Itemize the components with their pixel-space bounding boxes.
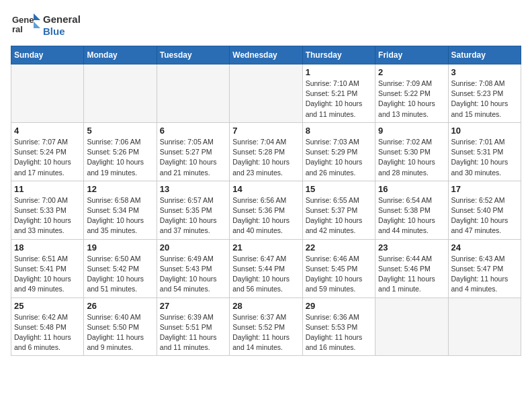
- day-number: 27: [160, 301, 226, 311]
- weekday-header: Friday: [375, 46, 448, 64]
- calendar-cell: [157, 64, 229, 123]
- calendar-cell: 29Sunrise: 6:36 AM Sunset: 5:53 PM Dayli…: [302, 298, 375, 356]
- svg-marker-2: [34, 13, 40, 20]
- day-number: 29: [306, 301, 372, 311]
- day-info: Sunrise: 6:51 AM Sunset: 5:41 PM Dayligh…: [14, 254, 81, 295]
- calendar-cell: [375, 298, 448, 356]
- calendar-week-row: 11Sunrise: 7:00 AM Sunset: 5:33 PM Dayli…: [11, 181, 521, 239]
- day-info: Sunrise: 6:55 AM Sunset: 5:37 PM Dayligh…: [306, 195, 372, 236]
- calendar-cell: [230, 64, 302, 123]
- calendar-cell: 21Sunrise: 6:47 AM Sunset: 5:44 PM Dayli…: [230, 239, 302, 298]
- day-info: Sunrise: 6:52 AM Sunset: 5:40 PM Dayligh…: [451, 195, 518, 236]
- day-info: Sunrise: 6:36 AM Sunset: 5:53 PM Dayligh…: [306, 312, 372, 353]
- calendar-cell: 22Sunrise: 6:46 AM Sunset: 5:45 PM Dayli…: [302, 239, 375, 298]
- calendar-week-row: 25Sunrise: 6:42 AM Sunset: 5:48 PM Dayli…: [11, 298, 521, 356]
- day-info: Sunrise: 6:54 AM Sunset: 5:38 PM Dayligh…: [378, 195, 445, 236]
- calendar-cell: 2Sunrise: 7:09 AM Sunset: 5:22 PM Daylig…: [375, 64, 448, 123]
- calendar-cell: 24Sunrise: 6:43 AM Sunset: 5:47 PM Dayli…: [448, 239, 521, 298]
- day-info: Sunrise: 7:01 AM Sunset: 5:31 PM Dayligh…: [451, 137, 518, 178]
- weekday-header: Monday: [84, 46, 157, 64]
- day-number: 17: [451, 184, 518, 194]
- calendar-cell: 14Sunrise: 6:56 AM Sunset: 5:36 PM Dayli…: [230, 181, 302, 239]
- calendar-header-row: SundayMondayTuesdayWednesdayThursdayFrid…: [11, 46, 521, 64]
- logo-blue-text: Blue: [43, 26, 81, 38]
- calendar-cell: 13Sunrise: 6:57 AM Sunset: 5:35 PM Dayli…: [157, 181, 229, 239]
- calendar-cell: 19Sunrise: 6:50 AM Sunset: 5:42 PM Dayli…: [84, 239, 157, 298]
- day-number: 11: [14, 184, 81, 194]
- day-info: Sunrise: 7:07 AM Sunset: 5:24 PM Dayligh…: [14, 137, 81, 178]
- weekday-header: Sunday: [11, 46, 84, 64]
- day-info: Sunrise: 7:06 AM Sunset: 5:26 PM Dayligh…: [87, 137, 153, 178]
- calendar-week-row: 4Sunrise: 7:07 AM Sunset: 5:24 PM Daylig…: [11, 122, 521, 181]
- day-number: 3: [451, 67, 518, 77]
- calendar-cell: 9Sunrise: 7:02 AM Sunset: 5:30 PM Daylig…: [375, 122, 448, 181]
- calendar-week-row: 1Sunrise: 7:10 AM Sunset: 5:21 PM Daylig…: [11, 64, 521, 123]
- calendar-cell: 6Sunrise: 7:05 AM Sunset: 5:27 PM Daylig…: [157, 122, 229, 181]
- logo: Gene ral General Blue: [11, 11, 81, 40]
- day-info: Sunrise: 7:09 AM Sunset: 5:22 PM Dayligh…: [378, 79, 445, 120]
- day-number: 6: [160, 126, 226, 136]
- day-number: 10: [451, 126, 518, 136]
- calendar-cell: [448, 298, 521, 356]
- day-info: Sunrise: 7:08 AM Sunset: 5:23 PM Dayligh…: [451, 79, 518, 120]
- day-info: Sunrise: 7:10 AM Sunset: 5:21 PM Dayligh…: [306, 79, 372, 120]
- calendar-cell: [11, 64, 84, 123]
- logo-svg: Gene ral: [11, 11, 40, 40]
- day-number: 4: [14, 126, 81, 136]
- day-number: 24: [451, 242, 518, 253]
- calendar-cell: 11Sunrise: 7:00 AM Sunset: 5:33 PM Dayli…: [11, 181, 84, 239]
- svg-text:ral: ral: [12, 24, 23, 34]
- calendar-cell: 16Sunrise: 6:54 AM Sunset: 5:38 PM Dayli…: [375, 181, 448, 239]
- day-number: 15: [306, 184, 372, 194]
- day-number: 19: [87, 242, 153, 253]
- calendar-cell: 25Sunrise: 6:42 AM Sunset: 5:48 PM Dayli…: [11, 298, 84, 356]
- day-number: 21: [232, 242, 299, 253]
- day-info: Sunrise: 7:02 AM Sunset: 5:30 PM Dayligh…: [378, 137, 445, 178]
- weekday-header: Wednesday: [230, 46, 302, 64]
- calendar-cell: 27Sunrise: 6:39 AM Sunset: 5:51 PM Dayli…: [157, 298, 229, 356]
- day-number: 18: [14, 242, 81, 253]
- day-number: 13: [160, 184, 226, 194]
- calendar-cell: 20Sunrise: 6:49 AM Sunset: 5:43 PM Dayli…: [157, 239, 229, 298]
- day-number: 8: [306, 126, 372, 136]
- day-number: 20: [160, 242, 226, 253]
- day-info: Sunrise: 6:44 AM Sunset: 5:46 PM Dayligh…: [378, 254, 445, 295]
- calendar-cell: 12Sunrise: 6:58 AM Sunset: 5:34 PM Dayli…: [84, 181, 157, 239]
- calendar-week-row: 18Sunrise: 6:51 AM Sunset: 5:41 PM Dayli…: [11, 239, 521, 298]
- day-number: 22: [306, 242, 372, 253]
- day-info: Sunrise: 6:42 AM Sunset: 5:48 PM Dayligh…: [14, 312, 81, 353]
- weekday-header: Tuesday: [157, 46, 229, 64]
- day-number: 16: [378, 184, 445, 194]
- day-info: Sunrise: 6:40 AM Sunset: 5:50 PM Dayligh…: [87, 312, 153, 353]
- day-number: 25: [14, 301, 81, 311]
- day-info: Sunrise: 7:00 AM Sunset: 5:33 PM Dayligh…: [14, 195, 81, 236]
- calendar-cell: 28Sunrise: 6:37 AM Sunset: 5:52 PM Dayli…: [230, 298, 302, 356]
- calendar-cell: 26Sunrise: 6:40 AM Sunset: 5:50 PM Dayli…: [84, 298, 157, 356]
- day-info: Sunrise: 7:03 AM Sunset: 5:29 PM Dayligh…: [306, 137, 372, 178]
- calendar-cell: 23Sunrise: 6:44 AM Sunset: 5:46 PM Dayli…: [375, 239, 448, 298]
- svg-marker-3: [34, 21, 40, 28]
- calendar-cell: 7Sunrise: 7:04 AM Sunset: 5:28 PM Daylig…: [230, 122, 302, 181]
- day-number: 14: [232, 184, 299, 194]
- calendar-cell: 10Sunrise: 7:01 AM Sunset: 5:31 PM Dayli…: [448, 122, 521, 181]
- calendar-cell: 15Sunrise: 6:55 AM Sunset: 5:37 PM Dayli…: [302, 181, 375, 239]
- weekday-header: Saturday: [448, 46, 521, 64]
- calendar-cell: 18Sunrise: 6:51 AM Sunset: 5:41 PM Dayli…: [11, 239, 84, 298]
- day-info: Sunrise: 7:05 AM Sunset: 5:27 PM Dayligh…: [160, 137, 226, 178]
- day-info: Sunrise: 6:37 AM Sunset: 5:52 PM Dayligh…: [232, 312, 299, 353]
- svg-text:Gene: Gene: [12, 15, 34, 25]
- day-info: Sunrise: 6:47 AM Sunset: 5:44 PM Dayligh…: [232, 254, 299, 295]
- day-number: 26: [87, 301, 153, 311]
- calendar-cell: 8Sunrise: 7:03 AM Sunset: 5:29 PM Daylig…: [302, 122, 375, 181]
- day-number: 2: [378, 67, 445, 77]
- day-info: Sunrise: 6:58 AM Sunset: 5:34 PM Dayligh…: [87, 195, 153, 236]
- day-info: Sunrise: 6:57 AM Sunset: 5:35 PM Dayligh…: [160, 195, 226, 236]
- weekday-header: Thursday: [302, 46, 375, 64]
- day-number: 23: [378, 242, 445, 253]
- day-info: Sunrise: 6:43 AM Sunset: 5:47 PM Dayligh…: [451, 254, 518, 295]
- calendar-cell: 3Sunrise: 7:08 AM Sunset: 5:23 PM Daylig…: [448, 64, 521, 123]
- calendar-cell: 5Sunrise: 7:06 AM Sunset: 5:26 PM Daylig…: [84, 122, 157, 181]
- page-header: Gene ral General Blue: [11, 11, 521, 40]
- logo-text: General: [43, 13, 81, 26]
- day-number: 5: [87, 126, 153, 136]
